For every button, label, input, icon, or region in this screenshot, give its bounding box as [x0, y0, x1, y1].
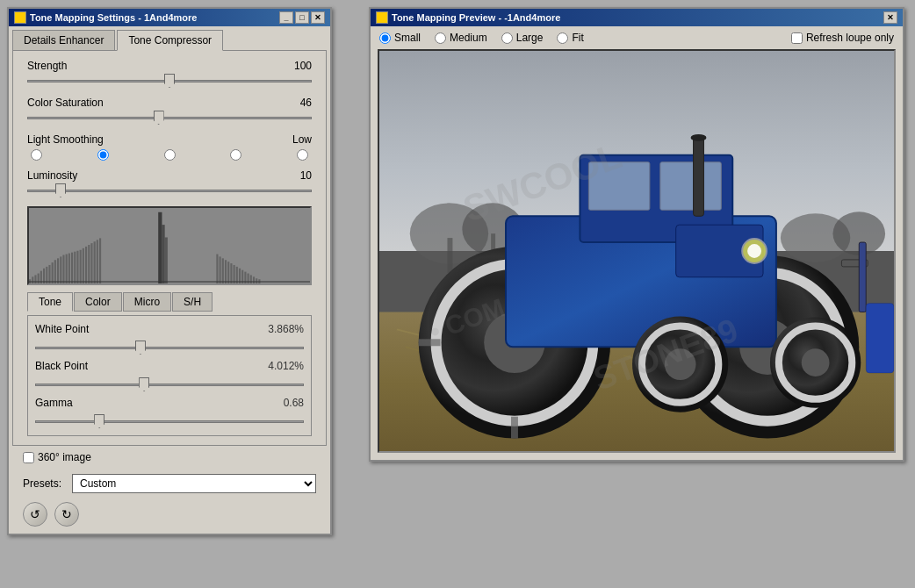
svg-rect-30: [216, 255, 218, 283]
svg-rect-33: [225, 260, 227, 283]
svg-rect-9: [52, 262, 54, 283]
checkbox-360-row: 360° image: [23, 451, 316, 463]
size-medium-label: Medium: [450, 32, 487, 44]
gamma-slider[interactable]: [35, 420, 304, 423]
minimize-button[interactable]: _: [279, 11, 293, 24]
svg-rect-6: [43, 269, 45, 283]
black-point-slider-container: [35, 377, 304, 391]
redo-button[interactable]: ↻: [54, 502, 79, 527]
svg-rect-7: [46, 267, 47, 283]
svg-rect-20: [83, 248, 84, 283]
close-button[interactable]: ✕: [311, 11, 325, 24]
presets-row: Presets: Custom Default Natural Dramatic: [9, 469, 330, 498]
histogram-svg: [29, 208, 310, 283]
svg-rect-26: [99, 238, 101, 283]
svg-rect-2: [32, 276, 33, 283]
light-smoothing-row: Light Smoothing Low: [27, 133, 312, 161]
luminosity-slider[interactable]: [27, 190, 312, 192]
black-point-label: Black Point: [35, 360, 105, 372]
size-small-label: Small: [394, 32, 421, 44]
black-point-slider[interactable]: [35, 384, 304, 386]
svg-rect-14: [66, 255, 68, 283]
sub-tab-micro[interactable]: Micro: [123, 292, 171, 312]
sub-tab-color[interactable]: Color: [74, 292, 122, 312]
color-saturation-slider[interactable]: [27, 117, 312, 119]
tab-details-enhancer[interactable]: Details Enhancer: [12, 30, 115, 50]
size-large-label: Large: [516, 32, 544, 44]
size-medium-group: Medium: [435, 32, 487, 44]
gamma-value: 0.68: [284, 397, 304, 409]
svg-rect-25: [97, 240, 98, 283]
svg-rect-91: [866, 304, 894, 373]
white-point-label: White Point: [35, 323, 105, 335]
undo-button[interactable]: ↺: [23, 502, 47, 527]
tab-content: Strength 100 Color Saturation 46 Light S…: [12, 50, 327, 446]
presets-label: Presets:: [23, 477, 65, 490]
size-small-radio[interactable]: [379, 32, 391, 44]
sub-tab-tone[interactable]: Tone: [27, 292, 73, 312]
size-fit-group: Fit: [557, 32, 583, 44]
preview-window: Tone Mapping Preview - -1And4more ✕ Smal…: [369, 7, 904, 462]
white-point-value: 3.868%: [268, 323, 304, 335]
preview-close-button[interactable]: ✕: [883, 11, 897, 24]
black-point-value: 4.012%: [268, 360, 304, 372]
white-point-slider-container: [35, 341, 304, 355]
svg-rect-44: [256, 278, 257, 283]
svg-rect-38: [239, 269, 241, 283]
svg-rect-52: [447, 238, 452, 273]
gamma-label: Gamma: [35, 397, 105, 409]
tab-tone-compressor[interactable]: Tone Compressor: [117, 30, 223, 51]
refresh-loupe-checkbox[interactable]: [791, 32, 803, 44]
settings-window: Tone Mapping Settings - 1And4more _ □ ✕ …: [7, 7, 332, 535]
color-saturation-row: Color Saturation 46: [27, 97, 312, 125]
svg-rect-13: [62, 255, 64, 283]
svg-rect-19: [80, 250, 82, 283]
checkbox-360-label: 360° image: [38, 451, 91, 463]
tabs-bar: Details Enhancer Tone Compressor: [9, 26, 330, 50]
luminosity-row: Luminosity 10: [27, 169, 312, 197]
svg-rect-37: [236, 267, 238, 283]
white-point-slider[interactable]: [35, 347, 304, 349]
preview-titlebar-icon: [376, 11, 388, 24]
ls-radio-2[interactable]: [97, 149, 109, 161]
svg-rect-27: [158, 212, 162, 283]
checkbox-360[interactable]: [23, 452, 34, 463]
histogram: [27, 206, 312, 285]
ls-radio-5[interactable]: [297, 149, 308, 161]
svg-rect-42: [250, 275, 252, 283]
preview-controls: Small Medium Large Fit Refresh loupe onl…: [371, 26, 903, 49]
size-fit-radio[interactable]: [557, 32, 568, 44]
preview-titlebar-title: Tone Mapping Preview - -1And4more: [376, 11, 560, 24]
svg-rect-10: [54, 260, 56, 283]
presets-select[interactable]: Custom Default Natural Dramatic: [72, 474, 316, 493]
strength-slider[interactable]: [27, 80, 312, 82]
luminosity-label: Luminosity: [27, 169, 77, 182]
svg-rect-23: [90, 243, 92, 283]
svg-rect-77: [660, 162, 722, 211]
svg-rect-90: [859, 242, 866, 312]
ls-radio-4[interactable]: [230, 149, 241, 161]
sub-tab-content: White Point 3.868% Black Point 4.012% Ga…: [27, 315, 312, 436]
ls-radio-1[interactable]: [31, 149, 42, 161]
svg-rect-34: [227, 262, 229, 283]
svg-rect-43: [253, 276, 255, 283]
size-large-radio[interactable]: [501, 32, 513, 44]
gamma-slider-container: [35, 414, 304, 428]
luminosity-value: 10: [300, 169, 312, 182]
white-point-row: White Point 3.868%: [35, 323, 304, 335]
color-saturation-slider-container: [27, 111, 312, 125]
svg-rect-21: [85, 247, 87, 283]
strength-slider-container: [27, 74, 312, 88]
strength-label: Strength: [27, 60, 67, 72]
svg-rect-11: [57, 258, 59, 283]
svg-rect-32: [222, 258, 224, 283]
light-smoothing-radios: [27, 149, 312, 161]
size-medium-radio[interactable]: [435, 32, 446, 44]
sub-tab-sh[interactable]: S/H: [172, 292, 213, 312]
maximize-button[interactable]: □: [295, 11, 309, 24]
color-saturation-value: 46: [300, 97, 312, 109]
svg-point-82: [691, 134, 707, 141]
ls-radio-3[interactable]: [164, 149, 176, 161]
titlebar-title-group: Tone Mapping Settings - 1And4more: [14, 11, 197, 24]
sub-tabs-bar: Tone Color Micro S/H: [27, 292, 312, 312]
